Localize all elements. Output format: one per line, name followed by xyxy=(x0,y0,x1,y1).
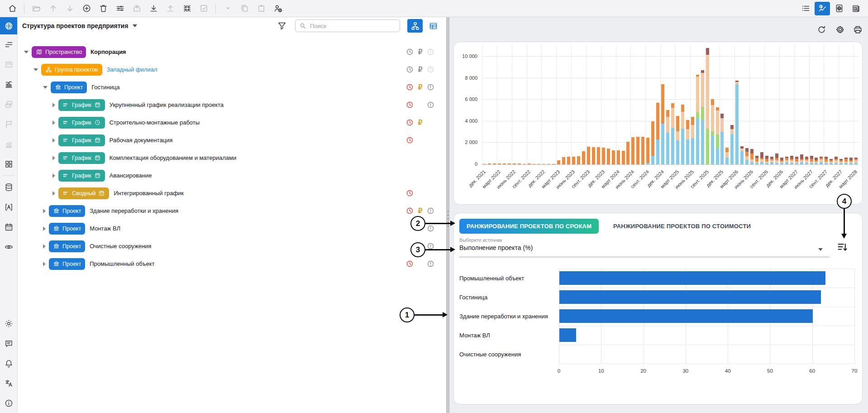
node-label[interactable]: Укрупненный график реализации проекта xyxy=(110,101,224,108)
sidebar-board-button[interactable] xyxy=(0,54,17,74)
tree-row[interactable]: СводныйИнтегрированный график xyxy=(18,184,446,202)
tab-ranking-by-dates[interactable]: РАНЖИРОВАНИЕ ПРОЕКТОВ ПО СРОКАМ xyxy=(459,219,599,234)
gridline xyxy=(601,46,601,164)
tree-title[interactable]: Структура проектов предприятия xyxy=(22,22,128,29)
tree-row[interactable]: ПроектМонтаж ВЛ xyxy=(18,220,446,237)
expand-caret-icon[interactable] xyxy=(52,120,55,125)
tree-row[interactable]: ГрафикСтроительно-монтажные работы₽ xyxy=(18,114,446,131)
filter-sliders-button[interactable] xyxy=(112,2,128,15)
settings-button[interactable] xyxy=(833,23,847,36)
search-box[interactable] xyxy=(295,19,400,32)
sidebar-database-button[interactable] xyxy=(0,177,17,197)
node-label[interactable]: Здание переработки и хранения xyxy=(90,207,178,214)
tree-row[interactable]: ПроектПромышленный объект xyxy=(18,255,446,273)
news-report-button[interactable] xyxy=(848,2,863,15)
checkbox-button[interactable] xyxy=(196,2,211,15)
sidebar-layers-button[interactable] xyxy=(0,94,17,114)
filter-button[interactable] xyxy=(275,19,289,32)
node-label[interactable]: Монтаж ВЛ xyxy=(90,225,120,232)
node-label[interactable]: Комплектация оборудованием и материалами xyxy=(110,154,236,161)
folder-open-button[interactable] xyxy=(29,2,44,15)
expand-caret-icon[interactable] xyxy=(43,209,46,213)
expand-caret-icon[interactable] xyxy=(43,226,46,231)
download-button[interactable] xyxy=(146,2,161,15)
home-button[interactable] xyxy=(5,2,20,15)
tree-row[interactable]: ПроектЗдание переработки и хранения₽ xyxy=(18,202,446,220)
expand-caret-icon[interactable] xyxy=(52,191,55,196)
panel-splitter[interactable] xyxy=(446,17,449,413)
add-circle-button[interactable] xyxy=(79,2,94,15)
sort-descending-button[interactable] xyxy=(835,240,849,254)
table-view-button[interactable] xyxy=(425,19,441,33)
sidebar-hatching-button[interactable] xyxy=(0,134,17,154)
refresh-icon xyxy=(816,24,827,35)
expand-caret-icon[interactable] xyxy=(24,51,29,53)
expand-caret-icon[interactable] xyxy=(43,262,46,266)
node-label[interactable]: Корпорация xyxy=(91,48,126,55)
select-caret-icon[interactable] xyxy=(818,248,823,251)
source-select-value[interactable]: Выполнение проекта (%) xyxy=(459,244,533,251)
sidebar-translate-button[interactable] xyxy=(0,373,17,393)
annotation-arrow-4 xyxy=(844,208,845,234)
node-label[interactable]: Рабочая документация xyxy=(110,137,173,144)
tree-row[interactable]: ГрафикУкрупненный график реализации прое… xyxy=(18,96,446,114)
expand-caret-icon[interactable] xyxy=(43,244,46,249)
tree-row[interactable]: ПространствоКорпорация₽ xyxy=(18,43,446,61)
search-input[interactable] xyxy=(309,22,396,30)
sidebar-grid-button[interactable] xyxy=(0,154,17,174)
node-label[interactable]: Западный филиал xyxy=(107,66,157,73)
tree-row[interactable]: ПроектГостиница₽ xyxy=(18,78,446,96)
trash-button[interactable] xyxy=(95,2,111,15)
print-button[interactable] xyxy=(851,23,864,36)
tree-row[interactable]: ГрафикКомплектация оборудованием и матер… xyxy=(18,149,446,167)
expand-caret-icon[interactable] xyxy=(52,138,55,143)
web-doc-button[interactable] xyxy=(831,2,847,15)
sidebar-comment-button[interactable] xyxy=(0,333,17,353)
sidebar-bell-button[interactable] xyxy=(0,353,17,373)
sidebar-eye-button[interactable] xyxy=(0,237,17,257)
expand-caret-icon[interactable] xyxy=(52,173,55,178)
title-caret-icon[interactable] xyxy=(133,24,137,27)
sidebar-flag-button[interactable] xyxy=(0,114,17,134)
tree-row[interactable]: ГрафикАвансирование xyxy=(18,167,446,184)
node-label[interactable]: Очистные сооружения xyxy=(90,243,151,250)
user-settings-button[interactable] xyxy=(270,2,286,15)
tree-row[interactable]: Группа проектовЗападный филиал₽ xyxy=(18,61,446,78)
sidebar-info-button[interactable] xyxy=(0,393,17,413)
sidebar-theme-button[interactable] xyxy=(0,313,17,333)
node-label[interactable]: Промышленный объект xyxy=(90,260,154,267)
node-label[interactable]: Гостиница xyxy=(91,84,119,91)
warning-icon xyxy=(425,65,436,74)
expand-caret-icon[interactable] xyxy=(43,86,48,89)
tree-row[interactable]: ПроектОчистные сооружения xyxy=(18,237,446,255)
node-label[interactable]: Авансирование xyxy=(110,172,152,179)
sidebar-calendar-button[interactable] xyxy=(0,217,17,237)
expand-caret-icon[interactable] xyxy=(33,68,38,71)
warning-icon xyxy=(425,83,436,91)
list-view-button[interactable] xyxy=(798,2,813,15)
node-label[interactable]: Интегрированный график xyxy=(114,190,184,197)
copy-button[interactable] xyxy=(237,2,252,15)
refresh-button[interactable] xyxy=(815,23,828,36)
arrow-down-button[interactable] xyxy=(62,2,77,15)
hierarchy-view-button[interactable] xyxy=(407,19,423,33)
node-label[interactable]: Строительно-монтажные работы xyxy=(110,119,200,126)
archive-box-button[interactable] xyxy=(129,2,144,15)
sidebar-chart-columns-button[interactable] xyxy=(0,74,17,94)
gridline xyxy=(541,46,542,164)
paste-button[interactable] xyxy=(253,2,269,15)
analytics-button[interactable] xyxy=(815,2,830,15)
board-icon xyxy=(4,60,14,69)
upload-button[interactable] xyxy=(162,2,178,15)
sidebar-globe-button[interactable] xyxy=(0,17,17,34)
tree-row[interactable]: ГрафикРабочая документация xyxy=(18,131,446,149)
expand-caret-icon[interactable] xyxy=(52,156,55,160)
gridline xyxy=(559,288,854,288)
sidebar-text-attribute-button[interactable] xyxy=(0,197,17,217)
expand-caret-icon[interactable] xyxy=(52,103,55,107)
tab-ranking-by-cost[interactable]: РАНЖИРОВАНИЕ ПРОЕКТОВ ПО СТОИМОСТИ xyxy=(613,219,751,234)
arrow-up-button[interactable] xyxy=(45,2,61,15)
collapse-arrows-button[interactable] xyxy=(179,2,195,15)
sidebar-gantt-lines-button[interactable] xyxy=(0,34,17,54)
caret-down-button[interactable] xyxy=(220,2,235,15)
